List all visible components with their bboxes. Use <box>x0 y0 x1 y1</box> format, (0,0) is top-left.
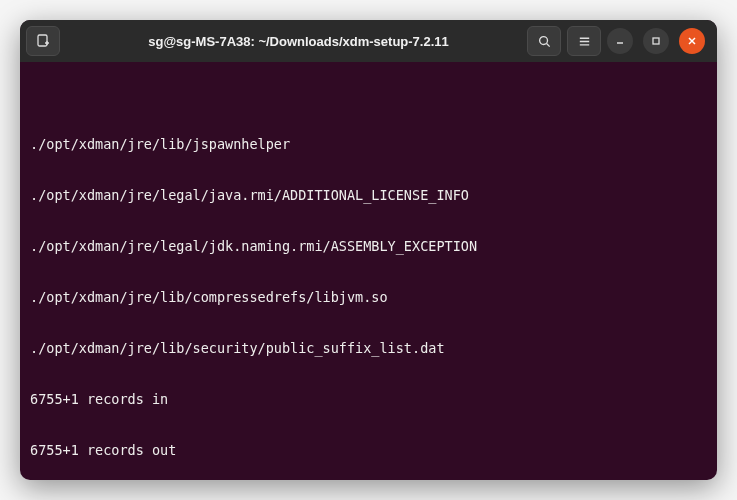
minimize-button[interactable] <box>607 28 633 54</box>
hamburger-icon <box>577 34 592 49</box>
maximize-icon <box>651 36 661 46</box>
terminal-content[interactable]: ./opt/xdman/jre/lib/jspawnhelper ./opt/x… <box>20 62 717 480</box>
svg-rect-0 <box>38 35 47 46</box>
svg-line-4 <box>546 43 549 46</box>
close-icon <box>687 36 697 46</box>
svg-rect-9 <box>653 38 659 44</box>
new-tab-icon <box>35 33 51 49</box>
output-line: ./opt/xdman/jre/lib/compressedrefs/libjv… <box>30 289 707 306</box>
minimize-icon <box>615 36 625 46</box>
search-button[interactable] <box>527 26 561 56</box>
output-line: ./opt/xdman/jre/lib/security/public_suff… <box>30 340 707 357</box>
svg-point-3 <box>539 36 547 44</box>
search-icon <box>537 34 552 49</box>
output-line: 6755+1 records out <box>30 442 707 459</box>
window-title: sg@sg-MS-7A38: ~/Downloads/xdm-setup-7.2… <box>76 34 521 49</box>
new-tab-button[interactable] <box>26 26 60 56</box>
terminal-window: sg@sg-MS-7A38: ~/Downloads/xdm-setup-7.2… <box>20 20 717 480</box>
output-line: ./opt/xdman/jre/lib/jspawnhelper <box>30 136 707 153</box>
terminal-output: ./opt/xdman/jre/lib/jspawnhelper ./opt/x… <box>30 102 707 480</box>
output-line: ./opt/xdman/jre/legal/jdk.naming.rmi/ASS… <box>30 238 707 255</box>
titlebar: sg@sg-MS-7A38: ~/Downloads/xdm-setup-7.2… <box>20 20 717 62</box>
output-line: 6755+1 records in <box>30 391 707 408</box>
close-button[interactable] <box>679 28 705 54</box>
output-line: ./opt/xdman/jre/legal/java.rmi/ADDITIONA… <box>30 187 707 204</box>
maximize-button[interactable] <box>643 28 669 54</box>
menu-button[interactable] <box>567 26 601 56</box>
